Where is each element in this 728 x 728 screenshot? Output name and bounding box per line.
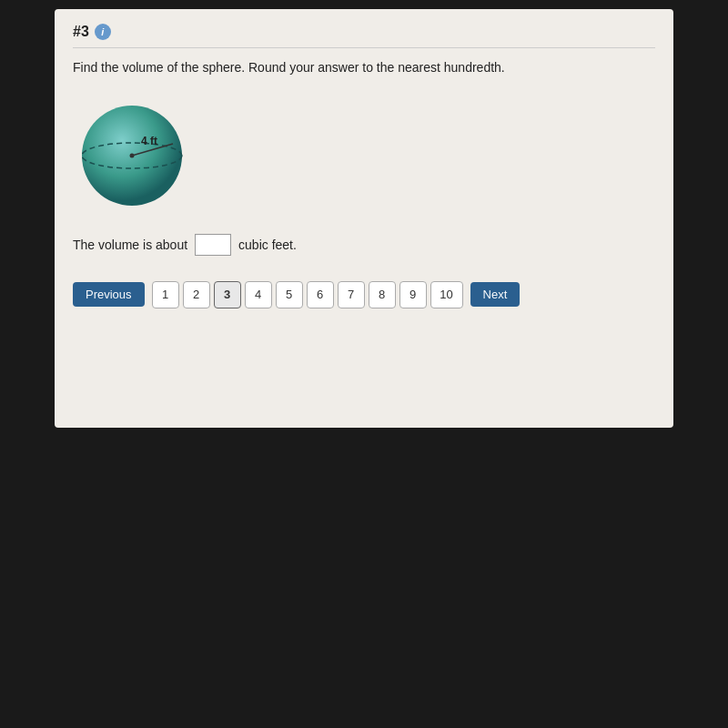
page-button-8[interactable]: 8 xyxy=(369,281,396,308)
page-button-4[interactable]: 4 xyxy=(245,281,272,308)
navigation-row: Previous 1 2 3 4 5 6 7 8 9 10 Next xyxy=(73,281,655,308)
question-header: #3 i xyxy=(73,24,655,48)
sphere-container: 4 ft xyxy=(73,94,655,212)
page-button-9[interactable]: 9 xyxy=(399,281,427,308)
sphere-diagram: 4 ft xyxy=(73,94,191,212)
svg-point-3 xyxy=(130,153,135,157)
page-button-1[interactable]: 1 xyxy=(152,281,179,308)
question-text: Find the volume of the sphere. Round you… xyxy=(73,59,655,77)
previous-button[interactable]: Previous xyxy=(73,282,145,307)
page-button-5[interactable]: 5 xyxy=(276,281,303,308)
question-number: #3 xyxy=(73,24,89,40)
page-button-6[interactable]: 6 xyxy=(307,281,334,308)
next-button[interactable]: Next xyxy=(470,282,521,307)
svg-text:4 ft: 4 ft xyxy=(141,135,157,147)
page-button-7[interactable]: 7 xyxy=(338,281,365,308)
answer-suffix: cubic feet. xyxy=(238,238,297,252)
answer-input[interactable] xyxy=(195,234,231,256)
answer-row: The volume is about cubic feet. xyxy=(73,234,655,256)
answer-prefix: The volume is about xyxy=(73,238,187,252)
page-button-2[interactable]: 2 xyxy=(183,281,210,308)
info-icon[interactable]: i xyxy=(95,24,111,40)
page-button-3[interactable]: 3 xyxy=(214,281,241,308)
page-button-10[interactable]: 10 xyxy=(430,281,463,308)
question-panel: #3 i Find the volume of the sphere. Roun… xyxy=(55,9,673,428)
